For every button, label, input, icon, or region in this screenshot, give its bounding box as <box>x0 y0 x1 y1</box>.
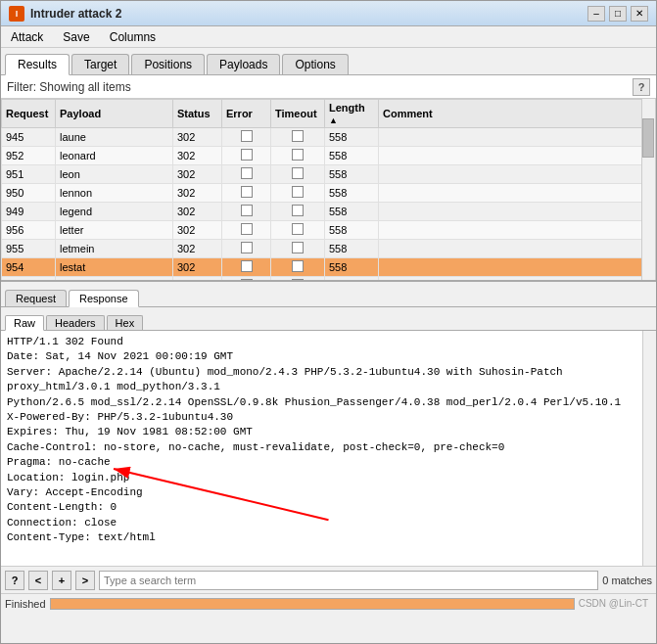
vertical-scrollbar[interactable] <box>641 99 655 280</box>
menu-columns[interactable]: Columns <box>104 28 162 46</box>
col-header-status[interactable]: Status <box>173 100 222 128</box>
maximize-button[interactable]: □ <box>609 6 627 22</box>
table-row[interactable]: 945laune302558 <box>2 128 655 147</box>
tab-raw[interactable]: Raw <box>5 315 44 331</box>
table-row[interactable]: 951leon302558 <box>2 165 655 184</box>
response-line: Pragma: no-cache <box>7 455 650 470</box>
tab-response[interactable]: Response <box>69 290 139 307</box>
main-tab-bar: Results Target Positions Payloads Option… <box>1 48 656 75</box>
table-row[interactable]: 952leonard302558 <box>2 147 655 165</box>
minimize-button[interactable]: – <box>587 6 605 22</box>
cell-error <box>222 203 271 221</box>
cell-error <box>222 240 271 258</box>
col-header-payload[interactable]: Payload <box>56 100 173 128</box>
app-icon: I <box>9 6 24 22</box>
cell-timeout <box>271 240 325 258</box>
cell-payload: leslie <box>56 277 173 281</box>
cell-timeout <box>271 128 325 147</box>
response-scrollbar[interactable] <box>642 331 656 566</box>
response-content: HTTP/1.1 302 FoundDate: Sat, 14 Nov 2021… <box>1 331 656 566</box>
response-line: X-Powered-By: PHP/5.3.2-1ubuntu4.30 <box>7 410 650 425</box>
status-bar: Finished CSDN @Lin-CT <box>1 593 656 613</box>
col-header-timeout[interactable]: Timeout <box>271 100 325 128</box>
cell-payload: legend <box>56 203 173 221</box>
cell-request: 945 <box>2 128 56 147</box>
cell-timeout <box>271 184 325 203</box>
response-line: Python/2.6.5 mod_ssl/2.2.14 OpenSSL/0.9.… <box>7 395 650 410</box>
cell-request: 950 <box>2 184 56 203</box>
scroll-thumb[interactable] <box>642 118 654 158</box>
filter-help-button[interactable]: ? <box>633 78 650 96</box>
response-body: HTTP/1.1 302 FoundDate: Sat, 14 Nov 2021… <box>7 335 650 545</box>
menu-attack[interactable]: Attack <box>5 28 49 46</box>
cell-length: 558 <box>325 240 379 258</box>
tab-payloads[interactable]: Payloads <box>207 54 280 74</box>
table-row[interactable]: 949legend302558 <box>2 203 655 221</box>
cell-payload: lennon <box>56 184 173 203</box>
cell-status: 302 <box>173 147 222 165</box>
col-header-comment[interactable]: Comment <box>379 100 655 128</box>
cell-timeout <box>271 221 325 240</box>
tab-positions[interactable]: Positions <box>131 54 205 74</box>
table-row[interactable]: 950lennon302558 <box>2 184 655 203</box>
cell-error <box>222 221 271 240</box>
cell-comment <box>379 165 655 184</box>
close-button[interactable]: ✕ <box>631 6 648 22</box>
help-button[interactable]: ? <box>5 571 24 590</box>
inner-tab-bar: Raw Headers Hex <box>1 307 656 331</box>
cell-timeout <box>271 277 325 281</box>
table-row[interactable]: 955letmein302558 <box>2 240 655 258</box>
table-row[interactable]: 953leslie302558 <box>2 277 655 281</box>
filter-bar: Filter: Showing all items ? <box>1 75 656 99</box>
add-button[interactable]: + <box>52 571 71 590</box>
cell-request: 955 <box>2 240 56 258</box>
results-table: Request Payload Status Error Timeout Len… <box>1 99 655 280</box>
response-line: Cache-Control: no-store, no-cache, must-… <box>7 440 650 455</box>
cell-status: 302 <box>173 165 222 184</box>
prev-button[interactable]: < <box>28 571 48 590</box>
tab-headers[interactable]: Headers <box>46 315 105 330</box>
cell-length: 558 <box>325 203 379 221</box>
cell-payload: leonard <box>56 147 173 165</box>
menu-save[interactable]: Save <box>57 28 95 46</box>
tab-options[interactable]: Options <box>282 54 348 74</box>
cell-error <box>222 165 271 184</box>
tab-request[interactable]: Request <box>5 290 67 306</box>
response-line: Date: Sat, 14 Nov 2021 00:00:19 GMT <box>7 349 650 364</box>
cell-error <box>222 184 271 203</box>
watermark-text: CSDN @Lin-CT <box>579 598 648 609</box>
progress-bar <box>50 598 575 610</box>
req-res-tab-bar: Request Response <box>1 282 656 307</box>
cell-length: 558 <box>325 184 379 203</box>
tab-results[interactable]: Results <box>5 54 70 75</box>
cell-status: 302 <box>173 277 222 281</box>
cell-error <box>222 277 271 281</box>
table-row[interactable]: 954lestat302558 <box>2 258 655 277</box>
status-text: Finished <box>5 598 46 610</box>
next-button[interactable]: > <box>75 571 95 590</box>
cell-request: 954 <box>2 258 56 277</box>
cell-length: 558 <box>325 258 379 277</box>
search-input[interactable] <box>99 571 598 590</box>
cell-timeout <box>271 258 325 277</box>
cell-length: 558 <box>325 165 379 184</box>
cell-comment <box>379 240 655 258</box>
response-line: Content-Type: text/html <box>7 530 650 545</box>
response-line: Expires: Thu, 19 Nov 1981 08:52:00 GMT <box>7 425 650 439</box>
col-header-request[interactable]: Request <box>2 100 56 128</box>
col-header-length[interactable]: Length ▲ <box>325 100 379 128</box>
cell-status: 302 <box>173 184 222 203</box>
col-header-error[interactable]: Error <box>222 100 271 128</box>
tab-hex[interactable]: Hex <box>107 315 144 330</box>
filter-text: Filter: Showing all items <box>7 80 131 94</box>
cell-payload: letmein <box>56 240 173 258</box>
cell-status: 302 <box>173 240 222 258</box>
bottom-toolbar: ? < + > 0 matches <box>1 566 656 593</box>
window-title: Intruder attack 2 <box>30 7 121 21</box>
cell-payload: leon <box>56 165 173 184</box>
table-row[interactable]: 956letter302558 <box>2 221 655 240</box>
tab-target[interactable]: Target <box>71 54 129 74</box>
cell-comment <box>379 184 655 203</box>
response-line: Location: login.php <box>7 471 650 485</box>
cell-comment <box>379 258 655 277</box>
